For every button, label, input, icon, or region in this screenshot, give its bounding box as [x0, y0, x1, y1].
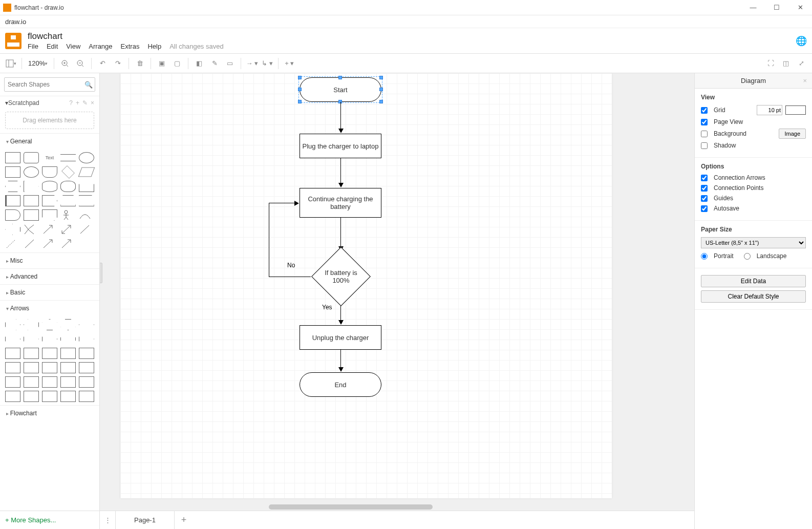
node-end[interactable]: End: [300, 372, 381, 397]
arrow-26[interactable]: [5, 391, 20, 402]
shape-internal[interactable]: [5, 195, 20, 206]
edge-yes[interactable]: [340, 306, 341, 321]
category-general[interactable]: General: [0, 133, 99, 149]
arrow-11[interactable]: [5, 348, 20, 359]
shape-cloud[interactable]: [60, 181, 76, 192]
arrow-29[interactable]: [60, 391, 76, 402]
shadow-icon[interactable]: ▭: [223, 57, 237, 70]
help-icon[interactable]: ?: [69, 99, 73, 107]
shape-callout[interactable]: [42, 209, 57, 221]
arrow-7[interactable]: [24, 333, 39, 345]
shape-line[interactable]: [79, 224, 94, 235]
edit-data-button[interactable]: Edit Data: [701, 275, 806, 287]
category-misc[interactable]: Misc: [0, 252, 99, 268]
shape-step[interactable]: [42, 195, 57, 206]
fullscreen-icon[interactable]: ⛶: [764, 57, 777, 70]
paper-size-select[interactable]: US-Letter (8,5" x 11"): [701, 237, 806, 248]
shape-process[interactable]: [42, 166, 57, 178]
minimize-button[interactable]: —: [741, 0, 765, 15]
arrow-24[interactable]: [60, 376, 76, 388]
edit-icon[interactable]: ✎: [82, 99, 88, 107]
edge-no-v[interactable]: [269, 203, 269, 277]
shape-curve[interactable]: [79, 209, 94, 221]
shape-square[interactable]: [5, 166, 20, 178]
category-flowchart[interactable]: Flowchart: [0, 405, 99, 421]
line-color-icon[interactable]: ✎: [208, 57, 221, 70]
guides-checkbox[interactable]: [701, 195, 708, 202]
search-icon[interactable]: 🔍: [84, 81, 93, 89]
menu-view[interactable]: View: [66, 43, 80, 50]
shape-note[interactable]: [5, 209, 20, 221]
shape-biarrow[interactable]: [60, 224, 76, 235]
clear-style-button[interactable]: Clear Default Style: [701, 290, 806, 303]
arrow-20[interactable]: [79, 362, 94, 373]
arrow-16[interactable]: [5, 362, 20, 373]
arrow-left[interactable]: [24, 319, 39, 330]
landscape-radio[interactable]: [744, 253, 751, 260]
shape-or[interactable]: [24, 224, 39, 235]
add-page-button[interactable]: +: [175, 515, 193, 525]
shape-card[interactable]: [24, 209, 39, 221]
menu-edit[interactable]: Edit: [47, 43, 58, 50]
zoom-in-icon[interactable]: [58, 57, 72, 70]
connpoints-checkbox[interactable]: [701, 185, 708, 192]
horizontal-scrollbar[interactable]: [269, 504, 433, 510]
to-front-icon[interactable]: ▣: [155, 57, 168, 70]
delete-icon[interactable]: 🗑: [133, 57, 146, 70]
shape-roundrect[interactable]: [24, 152, 39, 163]
arrow-12[interactable]: [24, 348, 39, 359]
fill-color-icon[interactable]: ◧: [193, 57, 206, 70]
search-shapes[interactable]: 🔍: [4, 77, 95, 92]
view-toggle-button[interactable]: ▾: [4, 57, 17, 70]
node-decision[interactable]: If battery is 100%: [311, 247, 371, 306]
maximize-button[interactable]: ☐: [765, 0, 788, 15]
insert-icon[interactable]: + ▾: [283, 57, 296, 70]
arrow-8[interactable]: [42, 333, 57, 345]
arrow-10[interactable]: [79, 333, 94, 345]
undo-icon[interactable]: ↶: [96, 57, 109, 70]
node-unplug[interactable]: Unplug the charger: [300, 325, 381, 350]
shape-textbox[interactable]: [60, 154, 76, 161]
zoom-level[interactable]: 120% ▾: [26, 57, 50, 70]
close-button[interactable]: ✕: [788, 0, 812, 15]
background-checkbox[interactable]: [701, 131, 708, 137]
shape-circle[interactable]: [24, 166, 39, 178]
arrow-19[interactable]: [60, 362, 76, 373]
to-back-icon[interactable]: ▢: [170, 57, 184, 70]
arrow-up[interactable]: [42, 319, 57, 330]
grid-size-input[interactable]: [757, 105, 782, 115]
sidebar-splitter[interactable]: [100, 263, 102, 283]
redo-icon[interactable]: ↷: [111, 57, 124, 70]
arrow-17[interactable]: [24, 362, 39, 373]
edge-1[interactable]: [340, 102, 341, 130]
edge-5[interactable]: [340, 350, 341, 368]
expand-icon[interactable]: ⤢: [795, 57, 808, 70]
language-icon[interactable]: 🌐: [796, 35, 807, 47]
arrow-21[interactable]: [5, 376, 20, 388]
arrow-25[interactable]: [79, 376, 94, 388]
scratchpad-dropzone[interactable]: Drag elements here: [5, 112, 94, 129]
arrow-14[interactable]: [60, 348, 76, 359]
canvas[interactable]: Start Plug the charger to laptop Continu…: [100, 73, 694, 529]
category-advanced[interactable]: Advanced: [0, 268, 99, 284]
arrow-30[interactable]: [79, 391, 94, 402]
shape-dirline[interactable]: [60, 238, 76, 249]
arrow-right[interactable]: [5, 319, 20, 330]
shape-doc[interactable]: [79, 181, 94, 192]
grid-checkbox[interactable]: [701, 107, 708, 114]
arrow-down[interactable]: [60, 319, 76, 330]
node-start[interactable]: Start: [300, 77, 381, 102]
shape-hexagon[interactable]: [5, 181, 20, 192]
category-arrows[interactable]: Arrows: [0, 300, 99, 316]
connarrows-checkbox[interactable]: [701, 175, 708, 181]
shape-dashline[interactable]: [5, 238, 20, 249]
edge-no-h2[interactable]: [269, 203, 295, 203]
arrow-27[interactable]: [24, 391, 39, 402]
zoom-out-icon[interactable]: [74, 57, 87, 70]
menu-arrange[interactable]: Arrange: [89, 43, 112, 50]
shape-ellipse[interactable]: [79, 152, 94, 163]
waypoint-icon[interactable]: ↳ ▾: [261, 57, 274, 70]
shape-triangle[interactable]: [24, 181, 39, 192]
close-icon[interactable]: ×: [91, 99, 94, 107]
portrait-radio[interactable]: [701, 253, 708, 260]
